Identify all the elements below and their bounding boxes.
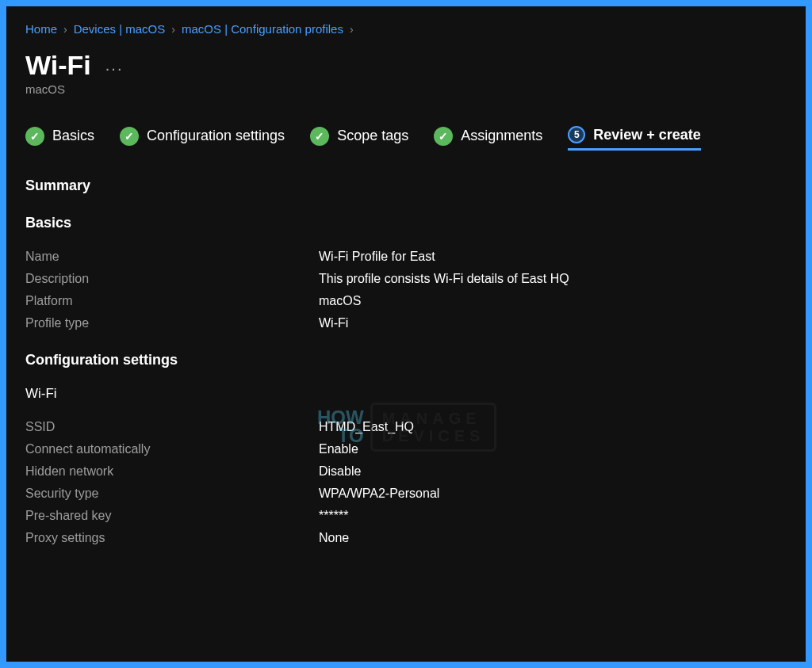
label-description: Description xyxy=(25,268,319,290)
row-name: Name Wi-Fi Profile for East xyxy=(25,246,787,268)
wizard-tabs: ✓ Basics ✓ Configuration settings ✓ Scop… xyxy=(25,126,787,151)
basics-table: Name Wi-Fi Profile for East Description … xyxy=(25,246,787,334)
row-preshared-key: Pre-shared key ****** xyxy=(25,505,787,527)
value-description: This profile consists Wi-Fi details of E… xyxy=(319,268,787,290)
tab-scope-tags[interactable]: ✓ Scope tags xyxy=(310,127,408,151)
label-connect-auto: Connect automatically xyxy=(25,438,319,460)
chevron-right-icon: › xyxy=(171,23,175,36)
value-profile-type: Wi-Fi xyxy=(319,312,787,334)
tab-label: Configuration settings xyxy=(147,128,285,144)
chevron-right-icon: › xyxy=(63,23,67,36)
row-description: Description This profile consists Wi-Fi … xyxy=(25,268,787,290)
row-connect-auto: Connect automatically Enable xyxy=(25,438,787,460)
value-preshared-key: ****** xyxy=(319,505,787,527)
tab-label: Basics xyxy=(52,128,94,144)
label-ssid: SSID xyxy=(25,416,319,438)
label-platform: Platform xyxy=(25,290,319,312)
checkmark-icon: ✓ xyxy=(310,127,329,146)
tab-label: Review + create xyxy=(593,127,701,143)
row-proxy-settings: Proxy settings None xyxy=(25,527,787,549)
tab-configuration-settings[interactable]: ✓ Configuration settings xyxy=(120,127,285,151)
chevron-right-icon: › xyxy=(350,23,354,36)
value-proxy-settings: None xyxy=(319,527,787,549)
breadcrumb-devices[interactable]: Devices | macOS xyxy=(74,22,166,36)
value-name: Wi-Fi Profile for East xyxy=(319,246,787,268)
checkmark-icon: ✓ xyxy=(434,127,453,146)
row-platform: Platform macOS xyxy=(25,290,787,312)
value-connect-auto: Enable xyxy=(319,438,787,460)
row-profile-type: Profile type Wi-Fi xyxy=(25,312,787,334)
label-hidden-network: Hidden network xyxy=(25,460,319,483)
label-name: Name xyxy=(25,246,319,268)
value-hidden-network: Disable xyxy=(319,460,787,483)
page-title: Wi-Fi xyxy=(25,50,91,81)
config-section-title: Configuration settings xyxy=(25,352,787,368)
breadcrumb: Home › Devices | macOS › macOS | Configu… xyxy=(25,22,787,36)
tab-review-create[interactable]: 5 Review + create xyxy=(568,126,701,151)
row-hidden-network: Hidden network Disable xyxy=(25,460,787,483)
value-platform: macOS xyxy=(319,290,787,312)
value-security-type: WPA/WPA2-Personal xyxy=(319,483,787,505)
label-profile-type: Profile type xyxy=(25,312,319,334)
more-options-icon[interactable]: ··· xyxy=(105,53,124,78)
wifi-config-table: SSID HTMD_East_HQ Connect automatically … xyxy=(25,416,787,549)
breadcrumb-home[interactable]: Home xyxy=(25,22,57,36)
tab-label: Assignments xyxy=(461,128,542,144)
checkmark-icon: ✓ xyxy=(25,127,44,146)
basics-section-title: Basics xyxy=(25,215,787,231)
tab-assignments[interactable]: ✓ Assignments xyxy=(434,127,542,151)
row-security-type: Security type WPA/WPA2-Personal xyxy=(25,483,787,505)
wifi-subsection-title: Wi-Fi xyxy=(25,386,787,402)
label-proxy-settings: Proxy settings xyxy=(25,527,319,549)
step-number-icon: 5 xyxy=(568,126,585,143)
checkmark-icon: ✓ xyxy=(120,127,139,146)
tab-label: Scope tags xyxy=(337,128,408,144)
page-subtitle: macOS xyxy=(25,82,787,96)
label-preshared-key: Pre-shared key xyxy=(25,505,319,527)
summary-heading: Summary xyxy=(25,177,787,194)
row-ssid: SSID HTMD_East_HQ xyxy=(25,416,787,438)
value-ssid: HTMD_East_HQ xyxy=(319,416,787,438)
tab-basics[interactable]: ✓ Basics xyxy=(25,127,94,151)
label-security-type: Security type xyxy=(25,483,319,505)
breadcrumb-config-profiles[interactable]: macOS | Configuration profiles xyxy=(182,22,343,36)
